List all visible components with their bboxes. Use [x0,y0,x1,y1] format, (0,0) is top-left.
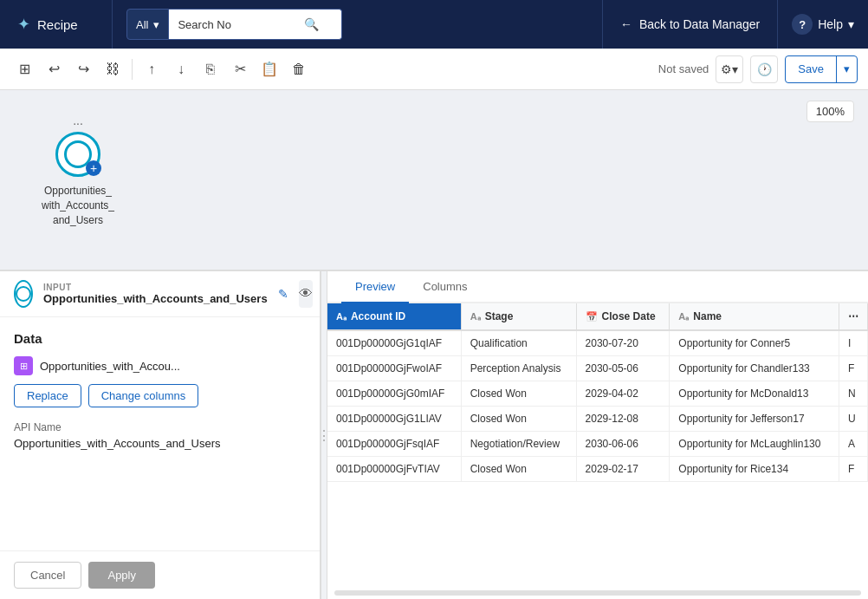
cell-close-date: 2030-05-06 [576,356,670,381]
add-dataset-button[interactable]: ⊞ [10,55,38,83]
history-icon: 🕐 [757,62,772,76]
table-row: 001Dp00000GjFwoIAF Perception Analysis 2… [327,356,868,381]
nav-recipe[interactable]: ✦ Recipe [0,0,113,49]
undo-icon: ↩ [49,61,60,77]
col-type-icon-date: 📅 [586,311,598,322]
col-type-icon-name: Aₐ [678,311,689,322]
panel-actions: Cancel Apply [0,550,320,599]
canvas[interactable]: 100% ··· + Opportunities_with_Accounts_a… [0,90,868,599]
apply-button[interactable]: Apply [88,562,155,589]
cell-extra: F [839,356,868,381]
back-arrow-icon: ← [620,17,632,31]
zoom-level: 100% [806,101,854,122]
preview-panel: Preview Columns Aₐ Account ID [327,271,868,599]
toolbar-right: Not saved ⚙ ▾ 🕐 Save ▾ [658,55,858,83]
col-account-id[interactable]: Aₐ Account ID [327,303,461,330]
table-row: 001Dp00000GjFvTIAV Closed Won 2029-02-17… [327,457,868,482]
copy-icon: ⎘ [206,62,215,77]
eye-button[interactable]: 👁 [299,280,313,308]
tab-columns[interactable]: Columns [409,271,481,303]
upload-icon: ↑ [148,62,155,77]
cell-stage: Negotiation/Review [461,432,576,457]
cut-button[interactable]: ✂ [226,55,254,83]
col-stage[interactable]: Aₐ Stage [461,303,576,330]
node-dots: ··· [73,116,83,130]
input-dataset-title: Opportunities_with_Accounts_and_Users [43,292,268,305]
cell-close-date: 2030-07-20 [576,330,670,356]
data-heading: Data [14,331,306,346]
table-row: 001Dp00000GjG1qIAF Qualification 2030-07… [327,330,868,356]
delete-button[interactable]: 🗑 [285,55,313,83]
connect-icon: ⛓ [106,62,120,77]
download-button[interactable]: ↓ [167,55,195,83]
col-type-icon-stage: Aₐ [470,311,481,322]
copy-button[interactable]: ⎘ [197,55,224,83]
canvas-node[interactable]: ··· + Opportunities_with_Accounts_and_Us… [26,116,130,227]
help-label: Help [818,17,843,31]
cell-extra: F [839,457,868,482]
preview-table: Aₐ Account ID Aₐ Stage [327,303,868,482]
col-close-date[interactable]: 📅 Close Date [576,303,670,330]
eye-icon: 👁 [299,286,313,302]
panel-drag-handle[interactable]: ⋮ [321,271,327,599]
cell-name: Opportunity for Rice134 [670,457,839,482]
col-name[interactable]: Aₐ Name [670,303,839,330]
history-button[interactable]: 🕐 [750,55,778,83]
save-button[interactable]: Save ▾ [785,55,858,83]
cell-account-id: 001Dp00000GjG0mIAF [327,381,461,407]
tab-preview[interactable]: Preview [341,271,409,303]
undo-button[interactable]: ↩ [40,55,68,83]
cell-name: Opportunity for Chandler133 [670,356,839,381]
redo-button[interactable]: ↪ [69,55,97,83]
cut-icon: ✂ [235,61,246,77]
preview-table-wrap[interactable]: Aₐ Account ID Aₐ Stage [327,303,868,587]
search-type-dropdown[interactable]: All ▾ [126,9,169,40]
back-to-data-manager-button[interactable]: ← Back to Data Manager [602,0,778,49]
cancel-button[interactable]: Cancel [14,562,81,589]
edit-icon[interactable]: ✎ [278,287,288,301]
search-icon: 🔍 [304,17,319,31]
replace-button[interactable]: Replace [14,384,81,407]
cell-stage: Closed Won [461,457,576,482]
upload-button[interactable]: ↑ [138,55,165,83]
settings-button[interactable]: ⚙ ▾ [716,55,743,83]
cell-close-date: 2029-12-08 [576,407,670,432]
cell-extra: A [839,432,868,457]
cell-name: Opportunity for McLaughlin130 [670,432,839,457]
data-panel: Data ⊞ Opportunities_with_Accou... Repla… [0,317,320,550]
node-label: Opportunities_with_Accounts_and_Users [42,184,114,227]
cell-extra: U [839,407,868,432]
table-row: 001Dp00000GjG0mIAF Closed Won 2029-04-02… [327,381,868,407]
table-body: 001Dp00000GjG1qIAF Qualification 2030-07… [327,330,868,482]
col-type-icon-account: Aₐ [336,311,347,322]
col-label-name: Name [693,310,722,322]
node-add-icon[interactable]: + [86,160,101,176]
help-button[interactable]: ? Help ▾ [778,0,868,49]
paste-button[interactable]: 📋 [256,55,283,83]
main-area: 100% ··· + Opportunities_with_Accounts_a… [0,90,868,599]
change-columns-button[interactable]: Change columns [88,384,199,407]
nav-search: All ▾ 🔍 [113,0,602,49]
cell-stage: Perception Analysis [461,356,576,381]
cell-account-id: 001Dp00000GjG1qIAF [327,330,461,356]
top-navigation: ✦ Recipe All ▾ 🔍 ← Back to Data Manager … [0,0,868,49]
input-node-icon [14,280,33,308]
back-label: Back to Data Manager [639,17,760,31]
preview-tabs: Preview Columns [327,271,868,303]
col-label-account: Account ID [351,310,405,322]
input-type-label: INPUT [43,283,268,292]
api-name-value: Opportunities_with_Accounts_and_Users [14,437,306,450]
save-dropdown-icon[interactable]: ▾ [836,56,857,82]
col-more[interactable]: ⋯ [839,303,868,330]
cell-account-id: 001Dp00000GjG1LIAV [327,407,461,432]
search-input[interactable] [178,18,299,31]
connect-button[interactable]: ⛓ [99,55,126,83]
redo-icon: ↪ [78,61,89,77]
cell-close-date: 2030-06-06 [576,432,670,457]
input-header: INPUT Opportunities_with_Accounts_and_Us… [0,271,320,317]
horizontal-scrollbar[interactable] [334,590,861,596]
table-row: 001Dp00000GjG1LIAV Closed Won 2029-12-08… [327,407,868,432]
col-label-date: Close Date [602,310,656,322]
input-title-wrap: INPUT Opportunities_with_Accounts_and_Us… [43,283,268,305]
cell-account-id: 001Dp00000GjFsqIAF [327,432,461,457]
